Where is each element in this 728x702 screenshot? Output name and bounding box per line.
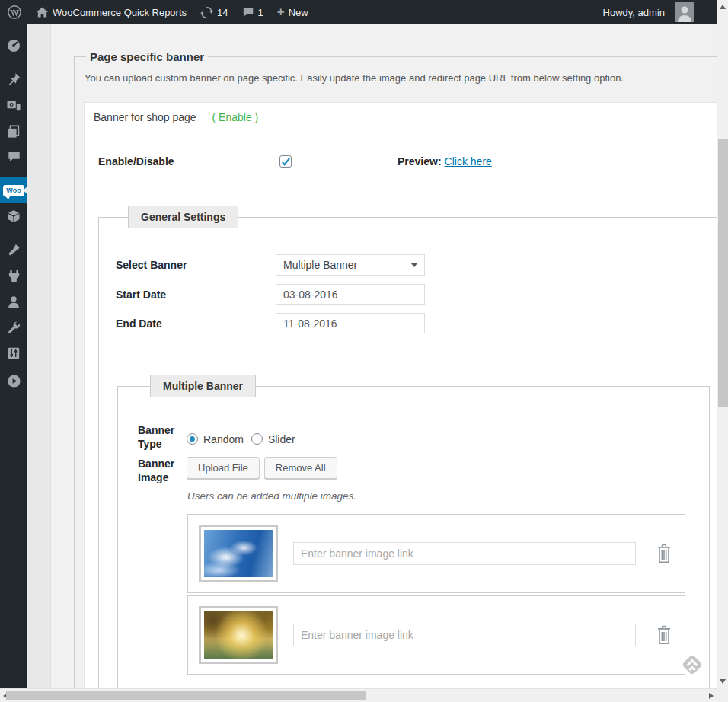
horizontal-scrollbar[interactable] [0,688,717,702]
admin-bar-left: WooCommerce Quick Reports 14 1 + New [0,0,315,24]
updates-count: 14 [217,7,228,18]
banner-image-item [187,514,685,593]
updates-indicator[interactable]: 14 [193,0,235,24]
scroll-up-arrow[interactable] [720,5,726,9]
banner-type-row: Banner Type Random Slider [138,423,709,451]
products-cube-icon [6,209,21,224]
start-date-label: Start Date [116,289,276,301]
banner-image-label: Banner Image [138,457,187,484]
preview-link[interactable]: Click here [445,155,492,168]
radio-slider[interactable] [251,433,263,445]
panel-title: Banner for shop page [94,111,196,123]
select-banner-row: Select Banner Multiple Banner [116,254,717,276]
new-label: New [289,7,308,18]
end-date-input[interactable] [276,313,425,333]
video-play-icon [7,374,21,388]
users-icon [7,295,21,308]
settings-sliders-icon [7,346,21,360]
comments-indicator[interactable]: 1 [235,0,270,24]
sky-clouds-photo [204,530,273,577]
site-menu[interactable]: WooCommerce Quick Reports [29,0,193,24]
scrollbar-corner [717,688,728,702]
radio-random[interactable] [187,433,198,445]
trash-icon[interactable] [656,544,672,563]
sidebar-item-products[interactable] [0,203,27,229]
banner-image-buttons: Upload FileRemove All [187,457,337,484]
media-icon [6,98,21,113]
enable-disable-row: Enable/Disable Preview:Click here [98,155,717,168]
sidebar-item-comments[interactable] [0,144,27,170]
start-date-row: Start Date [116,284,717,305]
multiple-images-note: Users can be added multiple images. [187,490,709,502]
wordpress-logo-icon[interactable] [0,0,29,24]
sidebar-item-posts[interactable] [0,66,27,92]
dashboard-icon [6,38,21,53]
admin-bar: WooCommerce Quick Reports 14 1 + New How… [0,0,717,24]
new-content-menu[interactable]: + New [270,0,315,24]
select-banner-dropdown[interactable]: Multiple Banner [276,254,425,276]
appearance-brush-icon [6,243,21,257]
scroll-right-arrow[interactable] [709,693,714,699]
enable-checkbox[interactable] [279,155,292,168]
radio-random-label: Random [203,433,244,445]
sidebar-item-users[interactable] [0,289,27,314]
banner-image-row: Banner Image Upload FileRemove All [138,457,709,484]
remove-all-button[interactable]: Remove All [264,457,337,479]
scroll-down-arrow[interactable] [720,679,726,684]
main-content: Page specific banner You can upload cust… [51,24,717,688]
banner-type-label: Banner Type [138,423,187,451]
sidebar-item-plugins[interactable] [0,263,27,289]
banner-type-options: Random Slider [187,427,303,451]
banner-panel: Banner for shop page ( Enable ) Enable/D… [84,102,717,688]
enable-disable-label: Enable/Disable [98,155,279,168]
page-description: You can upload custom banner on page spe… [85,72,717,84]
banner-link-input-2[interactable] [293,624,636,646]
sidebar-margin [27,24,51,688]
sidebar-item-media[interactable] [0,92,27,118]
banner-image-item [187,595,685,675]
status-badge: ( Enable ) [212,111,259,123]
page-specific-banner-section: Page specific banner You can upload cust… [74,50,717,688]
end-date-label: End Date [116,317,276,330]
select-banner-label: Select Banner [116,259,276,271]
upload-file-button[interactable]: Upload File [187,457,260,479]
comments-count: 1 [258,7,263,18]
admin-sidebar: Woo [0,24,27,688]
select-banner-value: Multiple Banner [283,259,357,271]
woocommerce-icon: Woo [3,185,24,196]
radio-slider-label: Slider [268,433,295,445]
end-date-row: End Date [116,313,717,333]
banner-link-input-1[interactable] [293,542,636,565]
sidebar-item-video[interactable] [0,368,27,394]
sidebar-item-tools[interactable] [0,314,27,340]
general-settings-fieldset: General Settings Select Banner Multiple … [98,206,717,688]
banner-thumbnail-autumn[interactable] [199,606,278,664]
preview-row: Preview:Click here [398,155,492,168]
chevron-down-icon [411,263,417,267]
howdy-menu[interactable]: Howdy, admin [596,0,694,24]
howdy-label: Howdy, admin [603,7,665,18]
autumn-trees-photo [204,611,273,659]
pages-icon [7,124,21,139]
home-icon [36,6,49,18]
sidebar-item-dashboard[interactable] [0,33,27,59]
banner-thumbnail-sky[interactable] [199,525,278,582]
plugins-plug-icon [7,269,21,283]
pin-icon [7,72,21,87]
sidebar-item-settings[interactable] [0,340,27,366]
vertical-scrollbar-thumb[interactable] [718,139,728,407]
sidebar-item-pages[interactable] [0,118,27,144]
banner-image-list [187,514,709,675]
checkmark-icon [281,157,291,167]
site-title: WooCommerce Quick Reports [53,7,187,18]
sidebar-item-woocommerce[interactable]: Woo [0,177,27,203]
start-date-input[interactable] [276,284,425,305]
trash-icon[interactable] [656,625,672,645]
horizontal-scrollbar-thumb[interactable] [6,691,366,700]
vertical-scrollbar[interactable] [717,0,728,688]
multiple-banner-legend: Multiple Banner [150,375,256,397]
avatar [675,2,694,22]
comment-bubble-icon [242,6,254,18]
plugin-watermark-icon [679,649,706,680]
sidebar-item-appearance[interactable] [0,237,27,263]
